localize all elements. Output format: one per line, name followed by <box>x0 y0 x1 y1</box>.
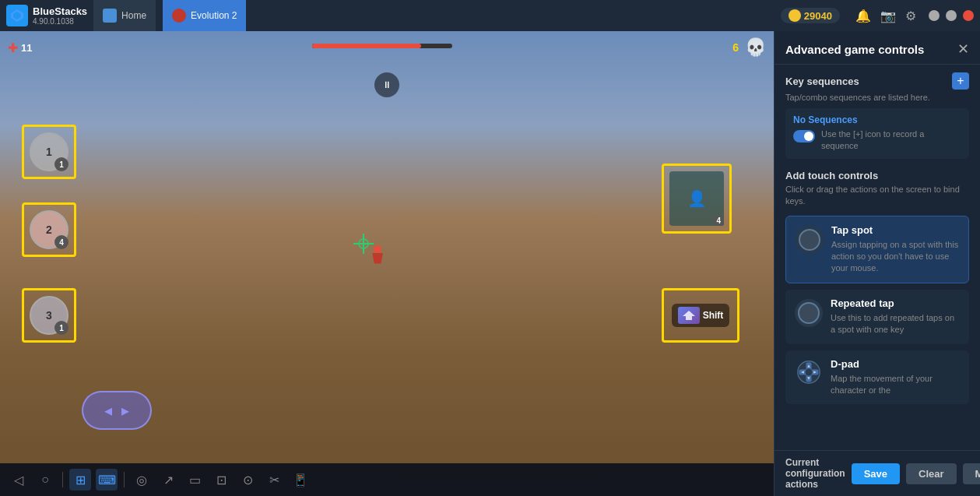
add-touch-title: Add touch controls <box>785 170 969 181</box>
control-label-3: 3 <box>46 309 52 322</box>
pause-button[interactable]: ⏸ <box>374 72 399 97</box>
panel-footer: Current configuration actions Save Clear… <box>775 450 980 496</box>
repeated-tap-toggle-inner <box>798 302 820 324</box>
control-badge-4: 4 <box>713 216 724 226</box>
add-touch-desc: Click or drag the actions on the screen … <box>785 184 969 208</box>
bottom-toolbar: ◁ ○ ⊞ ⌨ ◎ ↗ ▭ ⊡ ⊙ ✂ 📱 <box>0 463 774 496</box>
game-tab-label: Evolution 2 <box>191 10 237 21</box>
enemy-marker <box>371 245 384 264</box>
home-nav-icon[interactable]: ○ <box>34 469 56 491</box>
control-2[interactable]: 2 4 <box>22 202 76 257</box>
control-label-1: 1 <box>46 146 52 158</box>
no-sequences-content: Use the [+] icon to record a sequence <box>793 128 961 153</box>
keyboard-icon[interactable]: ⊞ <box>69 469 91 491</box>
control-badge-2: 4 <box>54 235 68 249</box>
dpad-card-icon <box>795 358 823 386</box>
camera-icon[interactable]: 📷 <box>880 9 896 23</box>
skull-icon: 💀 <box>745 37 766 58</box>
panel-close-button[interactable]: ✕ <box>957 40 969 58</box>
window-controls: ─ □ ✕ <box>929 10 974 21</box>
panel-body: Key sequences + Tap/combo sequences are … <box>775 65 980 450</box>
tap-spot-desc: Assign tapping on a spot with this actio… <box>831 239 959 275</box>
control-circle-1: 1 1 <box>30 132 68 171</box>
home-tab[interactable]: Home <box>93 0 156 31</box>
app-version: 4.90.0.1038 <box>33 17 87 26</box>
mobile-icon[interactable]: 📱 <box>290 469 311 491</box>
panel-header: Advanced game controls ✕ <box>775 31 980 65</box>
target-icon[interactable]: ◎ <box>131 469 153 491</box>
control-circle-2: 2 4 <box>30 210 68 249</box>
shift-label: Shift <box>703 310 724 321</box>
shift-icon <box>678 307 700 324</box>
dpad-inner: ◂ ▸ <box>82 391 152 430</box>
coin-icon <box>789 9 801 22</box>
control-circle-4: 👤 4 <box>669 171 724 226</box>
phone-icon[interactable]: ▭ <box>184 469 205 491</box>
toggle-icon <box>793 130 815 142</box>
cursor-icon[interactable]: ↗ <box>157 469 179 491</box>
title-bar: BlueStacks 4.90.0.1038 Home Evolution 2 … <box>0 0 980 31</box>
dpad-card-desc: Map the movement of your character or th… <box>831 373 960 397</box>
save-button[interactable]: Save <box>852 463 900 484</box>
dpad-right-arrow: ▸ <box>121 401 129 420</box>
repeated-tap-title: Repeated tap <box>831 297 960 309</box>
shift-box: Shift <box>672 304 730 327</box>
repeated-tap-toggle[interactable] <box>795 299 823 327</box>
repeated-tap-content: Repeated tap Use this to add repeated ta… <box>831 297 960 336</box>
game-area: ✚ 11 ⏸ 6 💀 1 1 <box>0 31 774 496</box>
health-bar-bg <box>312 44 452 48</box>
coin-value: 29040 <box>804 10 832 22</box>
toolbar-separator-1 <box>62 472 63 487</box>
tap-spot-card[interactable]: Tap spot Assign tapping on a spot with t… <box>785 216 969 283</box>
main-content: ✚ 11 ⏸ 6 💀 1 1 <box>0 31 980 496</box>
notification-icon[interactable]: 🔔 <box>855 9 871 23</box>
tap-spot-toggle-inner <box>799 229 820 251</box>
location-icon[interactable]: ⊙ <box>237 469 258 491</box>
no-sequences-desc: Use the [+] icon to record a sequence <box>821 128 961 153</box>
bluestacks-icon <box>6 5 28 26</box>
settings-icon[interactable]: ⚙ <box>905 9 916 23</box>
hud-top: ✚ 11 ⏸ 6 💀 <box>0 37 774 58</box>
score-display: 6 <box>732 41 739 54</box>
keyboard-2-icon[interactable]: ⌨ <box>96 469 118 491</box>
app-name: BlueStacks <box>33 5 87 17</box>
close-button[interactable]: ✕ <box>963 10 974 21</box>
svg-point-8 <box>806 368 813 375</box>
panel-title: Advanced game controls <box>785 43 924 56</box>
tap-spot-toggle[interactable] <box>796 226 824 254</box>
minimize-button[interactable]: ─ <box>929 10 940 21</box>
control-circle-3: 3 1 <box>30 296 68 335</box>
pause-icon: ⏸ <box>382 79 392 90</box>
dpad-control[interactable]: ◂ ▸ <box>78 387 156 434</box>
expand-icon[interactable]: ⊡ <box>210 469 232 491</box>
toggle-dot <box>804 132 813 141</box>
maximize-button[interactable]: □ <box>946 10 957 21</box>
app-logo: BlueStacks 4.90.0.1038 <box>6 5 87 26</box>
repeated-tap-card[interactable]: Repeated tap Use this to add repeated ta… <box>785 290 969 344</box>
back-nav-icon[interactable]: ◁ <box>8 469 30 491</box>
clear-button[interactable]: Clear <box>906 463 957 484</box>
control-1[interactable]: 1 1 <box>22 125 76 179</box>
lives-display: ✚ 11 <box>8 40 32 55</box>
control-badge-3: 1 <box>54 321 68 335</box>
dpad-card-content: D-pad Map the movement of your character… <box>831 358 960 397</box>
right-panel: Advanced game controls ✕ Key sequences +… <box>774 31 980 496</box>
dpad-card[interactable]: D-pad Map the movement of your character… <box>785 350 969 405</box>
health-bar-area: ⏸ <box>312 44 452 51</box>
game-tab[interactable]: Evolution 2 <box>163 0 247 31</box>
control-shift[interactable]: Shift <box>662 288 739 343</box>
no-sequences-title: No Sequences <box>793 114 961 125</box>
scissor-icon[interactable]: ✂ <box>263 469 285 491</box>
add-sequence-button[interactable]: + <box>952 72 969 90</box>
title-bar-actions: 🔔 📷 ⚙ <box>855 9 916 23</box>
section-title: Key sequences <box>785 76 859 87</box>
dpad-card-title: D-pad <box>831 358 960 370</box>
control-3[interactable]: 3 1 <box>22 288 76 343</box>
key-sequences-section: Key sequences + Tap/combo sequences are … <box>785 72 969 159</box>
dpad-left-arrow: ◂ <box>104 401 112 420</box>
control-4[interactable]: 👤 4 <box>662 164 732 234</box>
home-tab-label: Home <box>121 10 146 21</box>
control-badge-1: 1 <box>54 157 68 171</box>
more-button[interactable]: More <box>963 463 980 484</box>
current-config-label: Current configuration actions <box>785 457 845 490</box>
